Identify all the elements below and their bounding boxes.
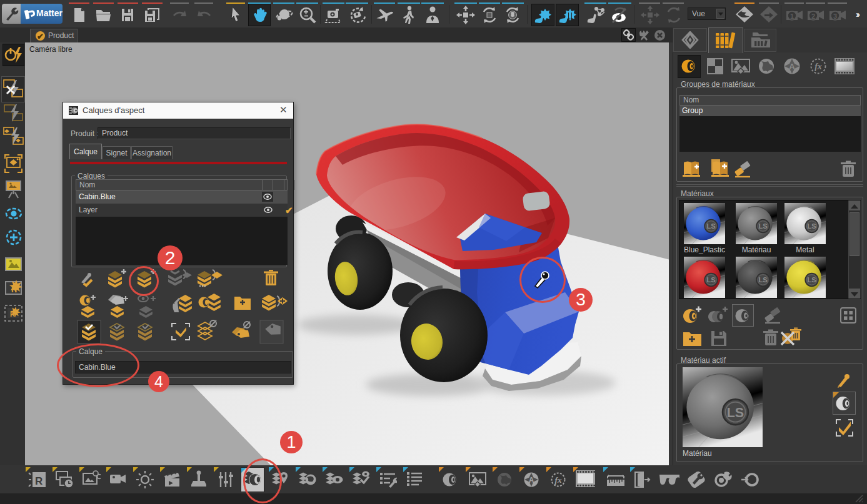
svg-text:A: A	[789, 62, 795, 71]
svg-text:R: R	[11, 285, 18, 294]
svg-text:1: 1	[790, 12, 794, 20]
svg-text:LS: LS	[758, 276, 767, 284]
svg-text:3: 3	[833, 12, 837, 20]
svg-text:LS: LS	[706, 222, 715, 230]
svg-text:R: R	[10, 310, 15, 318]
svg-text:LS: LS	[807, 222, 816, 230]
svg-text:LS: LS	[706, 276, 715, 284]
svg-text:A: A	[529, 476, 534, 485]
svg-text:fx: fx	[814, 62, 822, 71]
svg-text:2: 2	[811, 12, 815, 20]
svg-text:LS: LS	[758, 222, 767, 230]
svg-text:fx: fx	[555, 475, 562, 485]
svg-text:LS: LS	[727, 405, 744, 420]
svg-text:R: R	[35, 475, 43, 487]
svg-text:LS: LS	[807, 276, 816, 284]
